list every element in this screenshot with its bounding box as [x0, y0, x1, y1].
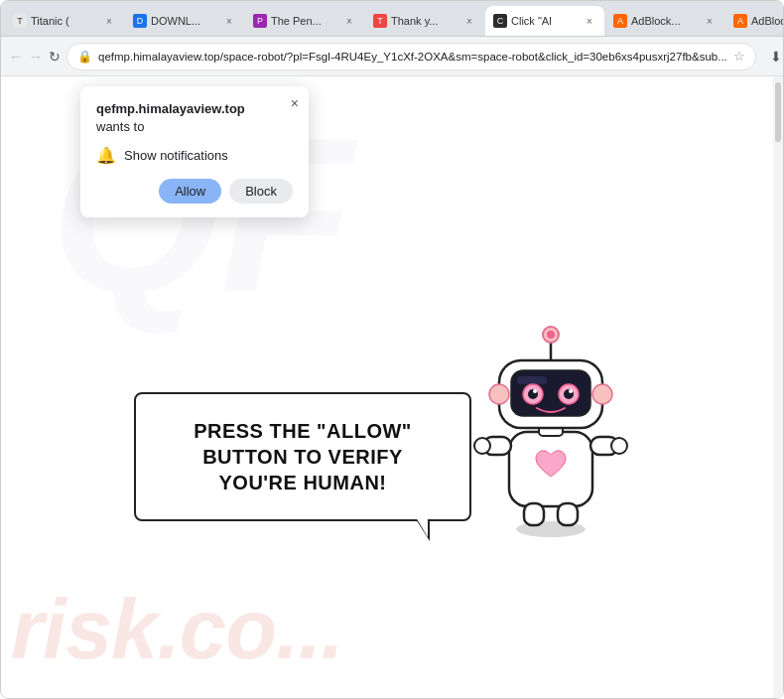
page-content-area: × qefmp.himalayaview.top wants to 🔔 Show… [1, 76, 783, 698]
svg-point-16 [533, 389, 537, 393]
tab-favicon-pen: P [253, 14, 267, 28]
svg-point-4 [474, 438, 490, 454]
tab-favicon-click: C [493, 14, 507, 28]
reload-icon: ↻ [49, 49, 61, 65]
tab-click[interactable]: C Click "Al × [485, 6, 604, 36]
tab-label-ad1: AdBlock... [631, 15, 699, 27]
tab-close-click[interactable]: × [583, 14, 596, 28]
tab-close-titanic[interactable]: × [102, 14, 116, 28]
svg-rect-11 [517, 376, 547, 384]
tab-thank[interactable]: T Thank y... × [365, 6, 484, 36]
tab-downl[interactable]: D DOWNL... × [125, 6, 244, 36]
tab-titanic[interactable]: T Titanic ( × [5, 6, 124, 36]
tab-label-pen: The Pen... [271, 15, 338, 27]
speech-text-line1: PRESS THE "ALLOW" BUTTON TO VERIFY [166, 418, 440, 470]
notification-actions: Allow Block [96, 179, 293, 204]
allow-button[interactable]: Allow [159, 179, 221, 204]
browser-window: T Titanic ( × D DOWNL... × P The Pen... … [0, 0, 784, 699]
page-main-content: PRESS THE "ALLOW" BUTTON TO VERIFY YOU'R… [1, 136, 773, 698]
svg-point-17 [569, 389, 573, 393]
tab-favicon-ad1: A [613, 14, 627, 28]
star-icon: ☆ [733, 49, 745, 64]
tab-ad1[interactable]: A AdBlock... × [605, 6, 724, 36]
reload-button[interactable]: ↻ [49, 43, 61, 70]
tab-favicon-thank: T [373, 14, 387, 28]
back-icon: ← [9, 49, 23, 65]
tab-close-thank[interactable]: × [462, 14, 476, 28]
speech-bubble: PRESS THE "ALLOW" BUTTON TO VERIFY YOU'R… [134, 392, 471, 521]
svg-point-18 [489, 384, 509, 404]
notification-close-button[interactable]: × [291, 96, 299, 110]
block-button[interactable]: Block [229, 179, 293, 204]
svg-point-22 [547, 331, 555, 339]
tab-favicon-ad2: A [733, 14, 747, 28]
svg-rect-6 [524, 503, 544, 525]
tab-favicon-titanic: T [13, 14, 27, 28]
tab-bar: T Titanic ( × D DOWNL... × P The Pen... … [1, 1, 783, 37]
tab-pen[interactable]: P The Pen... × [245, 6, 364, 36]
speech-text-line2: YOU'RE HUMAN! [166, 470, 440, 495]
scrollbar[interactable] [773, 76, 783, 698]
tab-label-thank: Thank y... [391, 15, 458, 27]
toolbar-right: ⬇ 👤 ⋮ [762, 43, 784, 70]
svg-point-5 [611, 438, 627, 454]
notification-permission-row: 🔔 Show notifications [96, 146, 293, 165]
speech-area: PRESS THE "ALLOW" BUTTON TO VERIFY YOU'R… [134, 313, 640, 521]
tab-favicon-downl: D [133, 14, 147, 28]
url-input[interactable]: 🔒 qefmp.himalayaview.top/space-robot/?pl… [66, 43, 756, 70]
notification-permission-popup: × qefmp.himalayaview.top wants to 🔔 Show… [80, 86, 309, 217]
url-text: qefmp.himalayaview.top/space-robot/?pl=F… [98, 51, 727, 63]
tab-label-titanic: Titanic ( [31, 15, 98, 27]
svg-point-19 [592, 384, 612, 404]
tab-close-downl[interactable]: × [222, 14, 236, 28]
tab-label-downl: DOWNL... [151, 15, 218, 27]
tab-close-ad1[interactable]: × [703, 14, 717, 28]
secure-icon: 🔒 [77, 50, 92, 64]
tab-label-ad2: AdBlock... [751, 15, 783, 27]
svg-rect-7 [558, 503, 578, 525]
forward-icon: → [29, 49, 43, 65]
robot-illustration [461, 313, 640, 541]
tab-label-click: Click "Al [511, 15, 579, 27]
download-button[interactable]: ⬇ [762, 43, 784, 70]
tab-close-pen[interactable]: × [342, 14, 356, 28]
forward-button[interactable]: → [29, 43, 43, 70]
bell-icon: 🔔 [96, 146, 116, 165]
back-button[interactable]: ← [9, 43, 23, 70]
download-icon: ⬇ [770, 49, 782, 65]
scrollbar-thumb[interactable] [775, 82, 781, 142]
address-bar: ← → ↻ 🔒 qefmp.himalayaview.top/space-rob… [1, 37, 783, 76]
tab-ad2[interactable]: A AdBlock... × [725, 6, 783, 36]
notification-permission-text: Show notifications [124, 148, 228, 163]
notification-origin: qefmp.himalayaview.top wants to [96, 100, 293, 136]
